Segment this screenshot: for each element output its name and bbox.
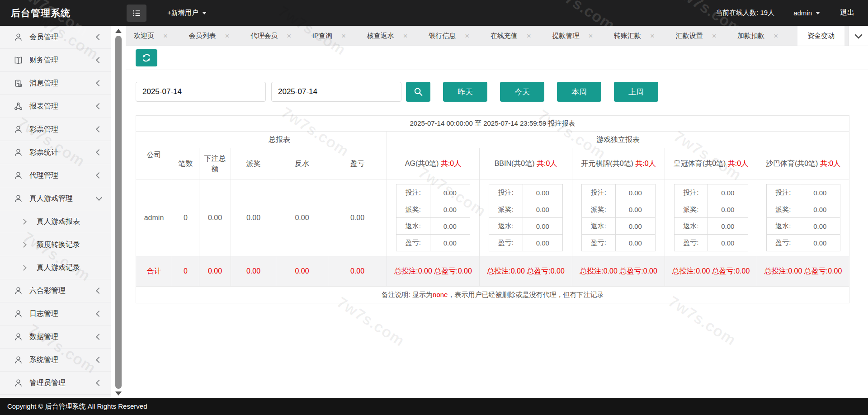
sidebar-item[interactable]: 财务管理 [0, 49, 111, 72]
scroll-up-arrow-icon[interactable] [115, 29, 122, 33]
tab[interactable]: 在线充值 × [489, 26, 533, 46]
expand-chevron-icon [96, 380, 102, 386]
mini-label: 盈亏: [489, 235, 523, 251]
tab-close-icon[interactable]: × [588, 32, 593, 40]
tab-label: 会员列表 [189, 32, 216, 40]
sidebar-item[interactable]: 日志管理 [0, 302, 111, 325]
game-mini-table: 投注: 0.00 派奖: 0.00 返水: [674, 184, 748, 251]
col-header-company: 公司 [136, 132, 172, 179]
tab-close-icon[interactable]: × [774, 32, 778, 40]
mini-label: 派奖: [396, 201, 430, 218]
tab[interactable]: 代理会员 × [249, 26, 293, 46]
mini-label: 派奖: [674, 201, 708, 218]
sidebar-item[interactable]: 真人游戏记录 [0, 256, 111, 279]
sidebar-item[interactable]: 管理员管理 [0, 372, 111, 395]
sidebar-item[interactable]: 彩票管理 [0, 118, 111, 141]
tab-list-dropdown-button[interactable] [849, 26, 868, 46]
tab[interactable]: 银行信息 × [427, 26, 471, 46]
tab-close-icon[interactable]: × [287, 32, 291, 40]
refresh-icon [142, 53, 151, 62]
sidebar-item[interactable]: 会员管理 [0, 26, 111, 49]
summary-game-cell: 总投注:0.00 总盈亏:0.00 [387, 256, 480, 287]
sidebar-item[interactable]: 消息管理 [0, 72, 111, 95]
game-detail-cell: 投注: 0.00 派奖: 0.00 返水: [665, 179, 757, 256]
scroll-down-arrow-icon[interactable] [115, 391, 122, 396]
tab-close-icon[interactable]: × [712, 32, 717, 40]
mini-label: 返水: [674, 218, 708, 235]
sidebar-item[interactable]: 报表管理 [0, 95, 111, 118]
mini-value: 0.00 [430, 201, 470, 218]
game-name: 皇冠体育(共0笔) [674, 160, 726, 167]
game-people-count: 共:0人 [820, 160, 840, 167]
search-button[interactable] [406, 82, 430, 102]
user-menu[interactable]: admin [793, 9, 820, 17]
quick-date-button[interactable]: 今天 [500, 82, 544, 102]
tab-close-icon[interactable]: × [225, 32, 230, 40]
game-mini-table: 投注: 0.00 派奖: 0.00 返水: [396, 184, 470, 251]
game-name: BBIN(共0笔) [495, 160, 535, 167]
tab[interactable]: 汇款设置 × [674, 26, 718, 46]
summary-row: 合计 0 0.00 0.00 0.00 0.00 总投注:0.00 总盈亏:0.… [136, 256, 849, 287]
expand-chevron-icon [96, 80, 102, 86]
sidebar-item[interactable]: 彩票统计 [0, 141, 111, 164]
date-end-input[interactable] [271, 82, 401, 102]
group-header-games: 游戏独立报表 [387, 132, 849, 148]
menu-item-icon [14, 33, 23, 42]
sidebar-item[interactable]: 六合彩管理 [0, 279, 111, 302]
expand-chevron-icon [96, 103, 102, 109]
sidebar-scrollbar[interactable] [111, 26, 126, 398]
summary-game-cell: 总投注:0.00 总盈亏:0.00 [757, 256, 849, 287]
tab-label: 银行信息 [429, 32, 456, 40]
refresh-button[interactable] [136, 49, 157, 66]
tab[interactable]: 转账汇款 × [612, 26, 656, 46]
tab[interactable]: 会员列表 × [187, 26, 231, 46]
menu-item-icon [14, 286, 23, 295]
sidebar-item[interactable]: 真人游戏管理 [0, 187, 111, 210]
menu-item-icon [14, 309, 23, 318]
logout-button[interactable]: 退出 [840, 8, 854, 18]
menu-item-icon [14, 355, 23, 364]
tab-close-icon[interactable]: × [163, 32, 168, 40]
app-title: 后台管理系统 [11, 7, 119, 19]
tab[interactable]: 加款扣款 × [736, 26, 780, 46]
tab-close-icon[interactable]: × [527, 32, 531, 40]
scrollbar-thumb[interactable] [115, 36, 122, 389]
quick-date-button[interactable]: 本周 [557, 82, 601, 102]
tab-bar: 欢迎页 × 会员列表 × 代理会员 × IP查询 × [126, 26, 868, 46]
menu-item-icon [14, 378, 23, 387]
summary-game-cell: 总投注:0.00 总盈亏:0.00 [572, 256, 665, 287]
quick-date-button[interactable]: 上周 [614, 82, 658, 102]
tab[interactable]: 提款管理 × [550, 26, 594, 46]
menu-item-icon [14, 332, 23, 341]
tab-active[interactable]: 资金变动 [797, 26, 844, 46]
mini-value: 0.00 [800, 218, 840, 235]
game-detail-cell: 投注: 0.00 派奖: 0.00 返水: [387, 179, 480, 256]
quick-date-button[interactable]: 昨天 [443, 82, 487, 102]
tab[interactable]: 核查返水 × [365, 26, 410, 46]
tab-label: IP查询 [312, 32, 332, 40]
sidebar-item[interactable]: 数据管理 [0, 325, 111, 349]
tab[interactable]: 欢迎页 × [132, 26, 170, 46]
date-start-input[interactable] [136, 82, 266, 102]
new-user-dropdown[interactable]: +新增用户 [167, 9, 207, 17]
mini-value: 0.00 [615, 218, 655, 235]
tab-close-icon[interactable]: × [403, 32, 408, 40]
mini-label: 盈亏: [396, 235, 430, 251]
tab-close-icon[interactable]: × [341, 32, 346, 40]
tab-close-icon[interactable]: × [465, 32, 469, 40]
mini-label: 派奖: [766, 201, 800, 218]
expand-chevron-icon [96, 34, 102, 40]
mini-value: 0.00 [523, 235, 562, 251]
game-col-header: 皇冠体育(共0笔) 共:0人 [665, 148, 757, 179]
expand-chevron-icon [96, 334, 102, 340]
mini-label: 返水: [766, 218, 800, 235]
sidebar-item[interactable]: 系统管理 [0, 349, 111, 372]
report-title: 2025-07-14 00:00:00 至 2025-07-14 23:59:5… [136, 116, 849, 132]
sidebar-item[interactable]: 额度转换记录 [0, 233, 111, 256]
sidebar-item[interactable]: 真人游戏报表 [0, 210, 111, 233]
sidebar-toggle-button[interactable] [127, 5, 146, 22]
mini-label: 投注: [674, 184, 708, 201]
sidebar-item[interactable]: 代理管理 [0, 164, 111, 187]
tab[interactable]: IP查询 × [311, 26, 348, 46]
tab-close-icon[interactable]: × [650, 32, 655, 40]
